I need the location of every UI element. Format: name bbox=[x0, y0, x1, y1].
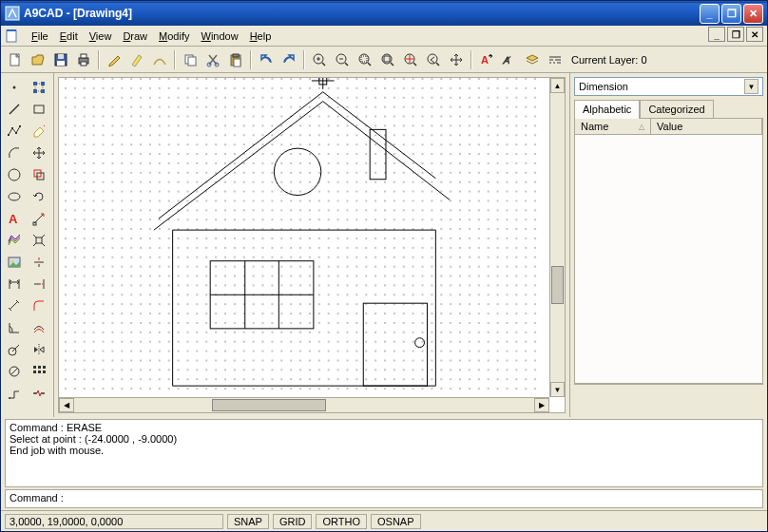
menu-view[interactable]: View bbox=[84, 28, 118, 44]
polyline-color-tool[interactable] bbox=[3, 230, 26, 251]
scroll-thumb[interactable] bbox=[212, 399, 326, 411]
svg-rect-51 bbox=[38, 370, 41, 373]
maximize-button[interactable]: ❐ bbox=[721, 4, 741, 24]
object-type-combo[interactable]: Dimension ▼ bbox=[574, 77, 763, 96]
ellipse-tool[interactable] bbox=[3, 186, 26, 207]
osnap-toggle[interactable]: OSNAP bbox=[371, 514, 421, 529]
dim-aligned-tool[interactable] bbox=[3, 295, 26, 316]
print-button[interactable] bbox=[73, 49, 94, 70]
copy-button[interactable] bbox=[180, 49, 201, 70]
mdi-minimize-button[interactable]: _ bbox=[708, 27, 725, 42]
pan-button[interactable] bbox=[446, 49, 467, 70]
text-style-button[interactable]: A bbox=[476, 49, 497, 70]
command-history[interactable]: Command : ERASE Select at point : (-24.0… bbox=[5, 419, 763, 487]
cut-button[interactable] bbox=[202, 49, 223, 70]
dim-angular-tool[interactable] bbox=[3, 317, 26, 338]
polyline-tool[interactable] bbox=[3, 121, 26, 142]
menu-draw[interactable]: Draw bbox=[117, 28, 153, 44]
point-tool[interactable] bbox=[3, 77, 26, 98]
separator-icon bbox=[250, 50, 252, 69]
linetype-button[interactable] bbox=[545, 49, 566, 70]
svg-rect-48 bbox=[38, 366, 41, 369]
image-tool[interactable] bbox=[3, 252, 26, 273]
explode-tool[interactable] bbox=[28, 230, 50, 251]
vertical-scrollbar[interactable]: ▲ ▼ bbox=[549, 78, 565, 397]
copy-tool[interactable] bbox=[28, 164, 50, 185]
menu-file[interactable]: File bbox=[26, 28, 54, 44]
tab-alphabetic[interactable]: Alphabetic bbox=[574, 100, 640, 119]
zoom-previous-button[interactable] bbox=[423, 49, 444, 70]
menu-help[interactable]: Help bbox=[244, 28, 278, 44]
mdi-close-button[interactable]: ✕ bbox=[746, 27, 763, 42]
current-layer-label: Current Layer: 0 bbox=[571, 54, 647, 66]
document-icon[interactable] bbox=[5, 28, 20, 44]
scroll-thumb[interactable] bbox=[551, 266, 564, 304]
trim-tool[interactable] bbox=[28, 252, 50, 273]
zoom-in-button[interactable] bbox=[309, 49, 330, 70]
svg-point-53 bbox=[9, 397, 10, 399]
col-name[interactable]: Name△ bbox=[575, 119, 651, 134]
layers-button[interactable] bbox=[522, 49, 543, 70]
minimize-button[interactable]: _ bbox=[700, 4, 720, 24]
close-button[interactable]: ✕ bbox=[743, 4, 763, 24]
zoom-realtime-button[interactable] bbox=[400, 49, 421, 70]
ortho-toggle[interactable]: ORTHO bbox=[316, 514, 367, 529]
scale-tool[interactable] bbox=[28, 208, 50, 229]
rotate-tool[interactable] bbox=[28, 186, 50, 207]
menu-modify[interactable]: Modify bbox=[153, 28, 195, 44]
dim-linear-tool[interactable] bbox=[3, 274, 26, 294]
svg-rect-50 bbox=[33, 370, 36, 373]
menu-window[interactable]: Window bbox=[195, 28, 243, 44]
main-area: A bbox=[1, 73, 767, 417]
curve-tool-button[interactable] bbox=[149, 49, 170, 70]
zoom-out-button[interactable] bbox=[332, 49, 353, 70]
extend-tool[interactable] bbox=[28, 274, 50, 294]
col-value[interactable]: Value bbox=[651, 119, 762, 134]
open-button[interactable] bbox=[28, 49, 48, 70]
offset-tool[interactable] bbox=[28, 317, 50, 338]
dim-style-button[interactable]: A̸ bbox=[499, 49, 520, 70]
svg-text:A: A bbox=[9, 212, 18, 226]
zoom-extents-button[interactable] bbox=[377, 49, 398, 70]
command-input[interactable]: Command : bbox=[5, 489, 763, 508]
property-grid[interactable]: Name△ Value bbox=[574, 118, 763, 384]
undo-button[interactable] bbox=[256, 49, 277, 70]
window-title: A9CAD - [Drawing4] bbox=[24, 7, 700, 20]
menu-edit[interactable]: Edit bbox=[54, 28, 84, 44]
highlighter-button[interactable] bbox=[126, 49, 147, 70]
drawing-viewport[interactable]: ▲ ▼ ◀ ▶ bbox=[58, 77, 566, 413]
break-tool[interactable] bbox=[28, 383, 50, 404]
dim-ordinate-tool[interactable] bbox=[3, 383, 26, 404]
redo-button[interactable] bbox=[278, 49, 299, 70]
snap-toggle[interactable]: SNAP bbox=[227, 514, 269, 529]
save-button[interactable] bbox=[50, 49, 71, 70]
scroll-left-button[interactable]: ◀ bbox=[59, 398, 74, 412]
mirror-tool[interactable] bbox=[28, 339, 50, 360]
scroll-up-button[interactable]: ▲ bbox=[550, 78, 565, 93]
pencil-button[interactable] bbox=[104, 49, 125, 70]
dim-radius-tool[interactable] bbox=[3, 339, 26, 360]
drawing-canvas[interactable] bbox=[59, 78, 549, 397]
erase-tool[interactable] bbox=[28, 121, 50, 142]
scroll-right-button[interactable]: ▶ bbox=[534, 398, 549, 412]
horizontal-scrollbar[interactable]: ◀ ▶ bbox=[59, 397, 549, 412]
svg-rect-31 bbox=[34, 105, 44, 113]
fillet-tool[interactable] bbox=[28, 295, 50, 316]
text-tool[interactable]: A bbox=[3, 208, 26, 229]
circle-tool[interactable] bbox=[3, 164, 26, 185]
zoom-window-button[interactable] bbox=[355, 49, 375, 70]
dim-diameter-tool[interactable] bbox=[3, 361, 26, 382]
rectangle-tool[interactable] bbox=[28, 99, 50, 120]
grid-toggle[interactable]: GRID bbox=[273, 514, 313, 529]
array-tool[interactable] bbox=[28, 361, 50, 382]
tab-categorized[interactable]: Categorized bbox=[640, 100, 713, 118]
line-tool[interactable] bbox=[3, 99, 26, 120]
new-button[interactable] bbox=[5, 49, 26, 70]
move-tool[interactable] bbox=[28, 142, 50, 163]
mdi-maximize-button[interactable]: ❐ bbox=[727, 27, 744, 42]
select-grip-tool[interactable] bbox=[28, 77, 50, 98]
command-line: Select at point : (-24.0000 , -9.0000) bbox=[10, 433, 758, 445]
paste-button[interactable] bbox=[225, 49, 246, 70]
arc-tool[interactable] bbox=[3, 142, 26, 163]
scroll-down-button[interactable]: ▼ bbox=[550, 382, 565, 397]
